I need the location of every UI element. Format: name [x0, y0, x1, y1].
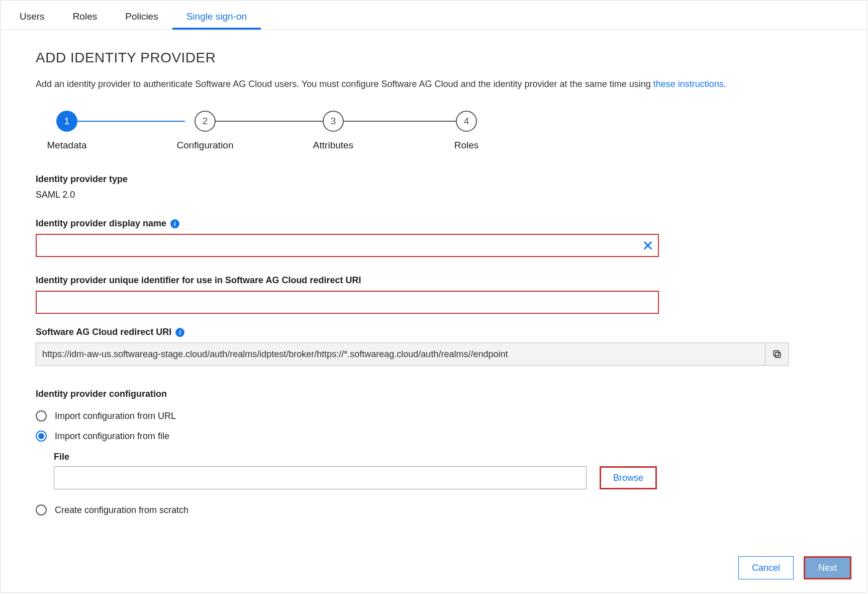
footer-buttons: Cancel Next — [738, 556, 851, 579]
radio-icon — [36, 431, 47, 442]
step-label: Configuration — [176, 140, 233, 151]
label-redirect-uri: Software AG Cloud redirect URI i — [36, 327, 831, 337]
step-circle: 2 — [195, 111, 216, 132]
tab-roles[interactable]: Roles — [59, 4, 112, 29]
svg-rect-2 — [775, 353, 780, 358]
main-content: ADD IDENTITY PROVIDER Add an identity pr… — [1, 30, 866, 549]
redirect-uri-value[interactable] — [36, 343, 765, 365]
browse-button[interactable]: Browse — [600, 466, 657, 489]
tab-single-sign-on[interactable]: Single sign-on — [172, 4, 261, 29]
step-circle: 4 — [456, 111, 477, 132]
step-roles[interactable]: 4 Roles — [444, 111, 489, 151]
clear-icon[interactable] — [641, 238, 655, 252]
step-metadata[interactable]: 1 Metadata — [37, 111, 97, 151]
instructions-link[interactable]: these instructions — [653, 79, 724, 89]
input-wrap — [36, 291, 659, 314]
step-circle: 1 — [56, 111, 77, 132]
label-text: Software AG Cloud redirect URI — [36, 327, 171, 337]
field-redirect-uri: Software AG Cloud redirect URI i — [36, 327, 831, 366]
label-text: Identity provider display name — [36, 218, 166, 229]
wizard-stepper: 1 Metadata 2 Configuration 3 Attributes … — [36, 111, 831, 151]
radio-icon — [36, 410, 47, 421]
step-label: Roles — [454, 140, 479, 151]
label-idp-type: Identity provider type — [36, 174, 831, 185]
radio-label: Import configuration from URL — [55, 411, 176, 421]
radio-icon — [36, 504, 47, 516]
label-unique-id: Identity provider unique identifier for … — [36, 275, 831, 286]
file-input[interactable] — [54, 466, 587, 489]
step-label: Attributes — [313, 140, 353, 151]
field-unique-id: Identity provider unique identifier for … — [36, 275, 831, 314]
label-display-name: Identity provider display name i — [36, 218, 831, 229]
app-frame: Users Roles Policies Single sign-on ADD … — [0, 0, 867, 593]
cancel-button[interactable]: Cancel — [738, 556, 794, 579]
file-section: File Browse — [54, 452, 831, 489]
step-attributes[interactable]: 3 Attributes — [301, 111, 366, 151]
field-idp-config: Identity provider configuration Import c… — [36, 389, 831, 516]
top-tabs: Users Roles Policies Single sign-on — [1, 1, 866, 30]
file-row: Browse — [54, 466, 831, 489]
value-idp-type: SAML 2.0 — [36, 190, 831, 200]
step-label: Metadata — [47, 140, 86, 151]
unique-id-input[interactable] — [36, 291, 659, 314]
radio-import-file[interactable]: Import configuration from file — [36, 431, 831, 442]
next-button[interactable]: Next — [804, 556, 851, 579]
field-idp-type: Identity provider type SAML 2.0 — [36, 174, 831, 200]
tab-policies[interactable]: Policies — [111, 4, 172, 29]
label-idp-config: Identity provider configuration — [36, 389, 831, 399]
copy-icon[interactable] — [765, 343, 788, 365]
radio-import-url[interactable]: Import configuration from URL — [36, 410, 831, 421]
step-circle: 3 — [323, 111, 344, 132]
radio-label: Import configuration from file — [55, 431, 169, 442]
svg-rect-3 — [774, 351, 779, 356]
intro-prefix: Add an identity provider to authenticate… — [36, 79, 653, 89]
redirect-uri-box — [36, 343, 789, 366]
page-title: ADD IDENTITY PROVIDER — [36, 50, 831, 66]
intro-text: Add an identity provider to authenticate… — [36, 79, 831, 90]
label-file: File — [54, 452, 831, 462]
input-wrap — [36, 234, 659, 257]
info-icon[interactable]: i — [170, 219, 179, 228]
radio-create-scratch[interactable]: Create configuration from scratch — [36, 504, 831, 516]
intro-suffix: . — [724, 79, 726, 89]
tab-users[interactable]: Users — [6, 4, 59, 29]
field-display-name: Identity provider display name i — [36, 218, 831, 257]
radio-label: Create configuration from scratch — [55, 505, 188, 516]
step-configuration[interactable]: 2 Configuration — [165, 111, 245, 151]
info-icon[interactable]: i — [175, 328, 184, 337]
display-name-input[interactable] — [36, 234, 659, 257]
